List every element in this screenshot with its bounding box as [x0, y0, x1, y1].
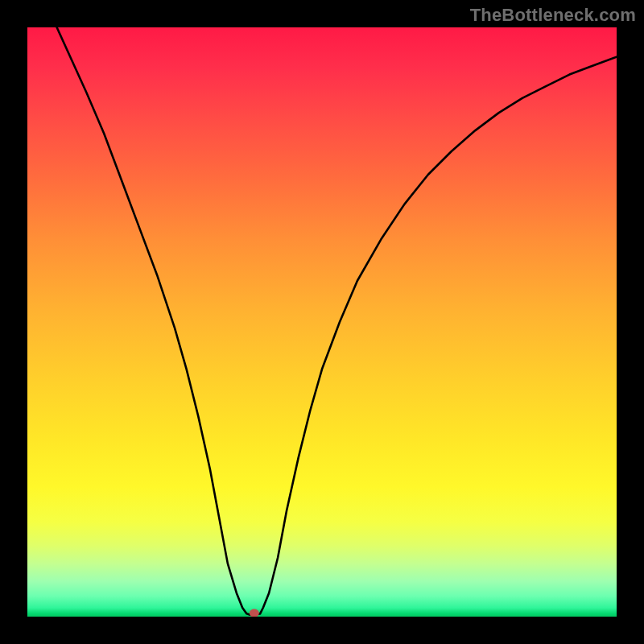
watermark-text: TheBottleneck.com	[470, 5, 636, 26]
sweet-spot-marker	[250, 609, 259, 617]
plot-area	[27, 27, 617, 617]
bottleneck-curve	[27, 27, 617, 615]
curve-svg	[27, 27, 617, 617]
outer-black-frame: TheBottleneck.com	[0, 0, 644, 644]
